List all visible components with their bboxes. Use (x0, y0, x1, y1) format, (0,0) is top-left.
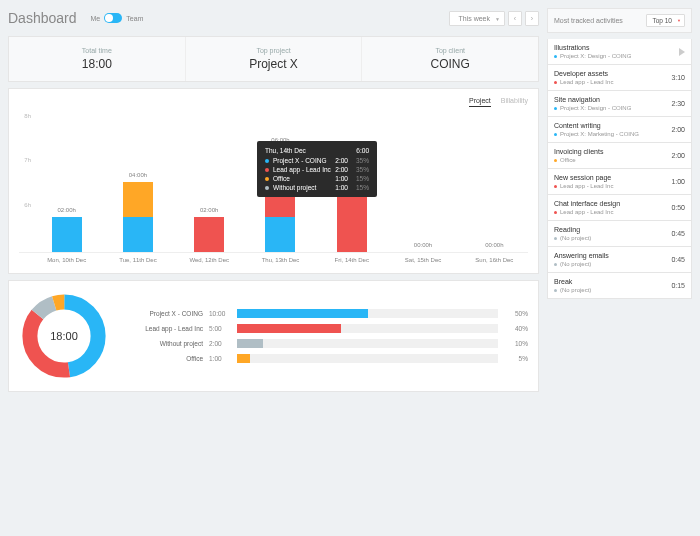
breakdown-row: Without project2:0010% (123, 339, 528, 348)
activities-title: Most tracked activities (554, 17, 623, 24)
summary-top-project: Top project Project X (186, 37, 363, 81)
prev-week-button[interactable]: ‹ (508, 11, 522, 26)
donut-chart: 18:00 (19, 291, 109, 381)
main-chart-card: Project Billability 8h7h6h Thu, 14th Dec… (8, 88, 539, 274)
toggle-label-team: Team (126, 15, 143, 22)
activity-row[interactable]: Reading(No project)0:45 (547, 221, 692, 247)
activity-row[interactable]: IllustrationsProject X: Design - COING (547, 39, 692, 65)
stacked-bar-chart: 8h7h6h Thu, 14th Dec 6:00 Project X - CO… (19, 113, 528, 253)
breakdown-bars: Project X - COING10:0050%Lead app - Lead… (123, 291, 528, 381)
summary-row: Total time 18:00 Top project Project X T… (8, 36, 539, 82)
breakdown-card: 18:00 Project X - COING10:0050%Lead app … (8, 280, 539, 392)
donut-center-value: 18:00 (19, 291, 109, 381)
next-week-button[interactable]: › (525, 11, 539, 26)
bar-col[interactable]: 02:00h (176, 217, 243, 252)
activities-top-dropdown[interactable]: Top 10 (646, 14, 685, 27)
me-team-toggle[interactable] (104, 13, 122, 23)
tab-project[interactable]: Project (469, 97, 491, 107)
toggle-label-me: Me (91, 15, 101, 22)
activity-row[interactable]: Developer assetsLead app - Lead Inc3:10 (547, 65, 692, 91)
tab-billability[interactable]: Billability (501, 97, 528, 107)
chart-tooltip: Thu, 14th Dec 6:00 Project X - COING2:00… (257, 141, 377, 197)
breakdown-row: Project X - COING10:0050% (123, 309, 528, 318)
tooltip-total: 6:00 (356, 147, 369, 154)
activity-row[interactable]: Content writingProject X: Marketing - CO… (547, 117, 692, 143)
bar-col[interactable]: 02:00h (33, 217, 100, 252)
summary-top-client: Top client COING (362, 37, 538, 81)
breakdown-row: Lead app - Lead Inc5:0040% (123, 324, 528, 333)
activity-row[interactable]: Invoicing clientsOffice2:00 (547, 143, 692, 169)
summary-total-time: Total time 18:00 (9, 37, 186, 81)
activity-row[interactable]: Site navigationProject X: Design - COING… (547, 91, 692, 117)
play-icon[interactable] (679, 48, 685, 56)
activities-header: Most tracked activities Top 10 (547, 8, 692, 33)
page-title: Dashboard (8, 10, 77, 26)
bar-col[interactable]: 04:00h (104, 182, 171, 252)
breakdown-row: Office1:005% (123, 354, 528, 363)
activity-row[interactable]: Break(No project)0:15 (547, 273, 692, 299)
time-range-dropdown[interactable]: This week (449, 11, 505, 26)
page-header: Dashboard Me Team This week ‹ › (8, 8, 539, 30)
tooltip-title: Thu, 14th Dec (265, 147, 306, 154)
activity-row[interactable]: Answering emails(No project)0:45 (547, 247, 692, 273)
activity-row[interactable]: Chat interface designLead app - Lead Inc… (547, 195, 692, 221)
activity-row[interactable]: New session pageLead app - Lead Inc1:00 (547, 169, 692, 195)
